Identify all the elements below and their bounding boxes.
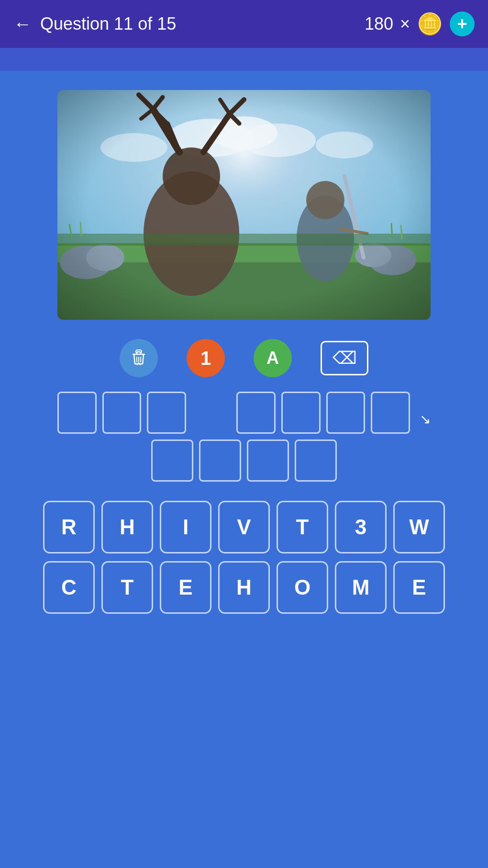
answer-cell-1-7[interactable] [371,392,410,434]
answer-cell-1-5[interactable] [281,392,321,434]
key-H[interactable]: H [101,501,153,553]
trash-icon [129,349,148,368]
trash-button[interactable] [120,339,158,377]
key-H2[interactable]: H [218,561,270,614]
header: ← Question 11 of 15 180 × 🪙 + [0,0,488,48]
svg-line-34 [391,223,392,237]
answer-cell-1-4[interactable] [236,392,276,434]
key-M[interactable]: M [335,561,387,614]
keyboard: R H I V T 3 W C T E H O M E [38,501,450,614]
hint-letter-button[interactable]: A [254,339,292,377]
answer-cell-1-3[interactable] [147,392,186,434]
game-scene-svg [57,90,431,320]
expand-icon: ↘ [420,411,431,427]
svg-rect-30 [57,90,431,320]
key-I[interactable]: I [160,501,211,553]
header-right: 180 × 🪙 + [365,11,475,36]
hint-letter-label: A [266,348,279,368]
key-V[interactable]: V [218,501,270,553]
svg-line-35 [401,225,402,239]
word-gap [192,392,231,434]
question-counter: Question 11 of 15 [40,14,176,34]
delete-button[interactable]: ⌫ [321,341,368,375]
key-E[interactable]: E [160,561,211,614]
game-image [57,90,431,320]
key-T2[interactable]: T [101,561,153,614]
svg-rect-31 [57,234,431,246]
answer-cell-2-3[interactable] [247,440,289,482]
delete-icon: ⌫ [333,348,357,368]
key-R[interactable]: R [43,501,95,553]
coins-count: 180 [365,14,393,34]
answer-cell-1-6[interactable] [326,392,366,434]
key-T[interactable]: T [277,501,328,553]
coins-multiplier: × [400,14,410,34]
sub-header-strip [0,48,488,71]
answer-row-2 [57,440,431,482]
key-C[interactable]: C [43,561,95,614]
action-buttons-row: 1 A ⌫ [0,339,488,377]
hint-number-label: 1 [200,348,211,369]
coins-icon: 🪙 [417,11,443,36]
answer-cell-2-1[interactable] [151,440,193,482]
back-button[interactable]: ← [13,15,32,33]
answer-cell-2-2[interactable] [199,440,241,482]
keyboard-row-2: C T E H O M E [43,561,445,614]
answer-row-1: ↘ [57,392,431,434]
key-O[interactable]: O [277,561,328,614]
key-W[interactable]: W [393,501,445,553]
answer-grid: ↘ [48,392,440,482]
add-coins-button[interactable]: + [450,11,475,36]
header-left: ← Question 11 of 15 [13,14,176,34]
hint-number-button[interactable]: 1 [187,339,225,377]
answer-cell-2-4[interactable] [295,440,337,482]
svg-line-33 [80,222,81,236]
key-E2[interactable]: E [393,561,445,614]
answer-cell-1-2[interactable] [102,392,142,434]
key-3[interactable]: 3 [335,501,387,553]
answer-cell-1-1[interactable] [57,392,97,434]
keyboard-row-1: R H I V T 3 W [43,501,445,553]
